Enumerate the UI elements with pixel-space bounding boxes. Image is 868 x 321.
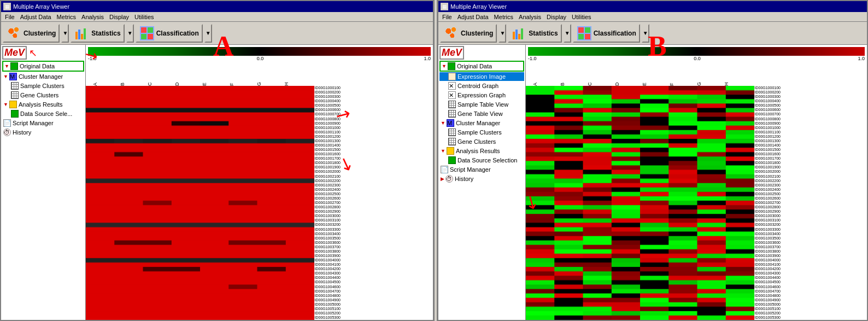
tree-item-centroid-graph-b[interactable]: ✕ Centroid Graph [439,81,524,90]
row-label: ID00G1001700 [314,156,363,161]
tree-item-sample-clusters-a[interactable]: Sample Clusters [2,81,84,90]
row-label: ID00G1000800 [314,117,363,121]
row-label: ID00G1001200 [754,135,804,139]
row-label: ID00G1001300 [314,139,363,143]
row-label: ID00G1002200 [754,179,804,183]
tree-item-original-data-b[interactable]: ▼ Original Data [439,61,524,72]
clustering-dropdown-b[interactable]: ▼ [498,24,506,43]
menu-analysis-b[interactable]: Analysis [516,13,544,21]
row-label: ID00G1003400 [754,232,804,236]
tree-item-gene-table-b[interactable]: Gene Table View [439,109,524,118]
menu-analysis-a[interactable]: Analysis [79,13,107,21]
col-label-a-1: B [120,82,125,86]
tree-item-datasource-a[interactable]: Data Source Sele... [2,109,84,118]
tree-item-sample-table-b[interactable]: Sample Table View [439,100,524,109]
statistics-dropdown-a[interactable]: ▼ [126,24,134,43]
classification-dropdown-b[interactable]: ▼ [642,24,649,43]
tree-item-script-manager-a[interactable]: 📄 Script Manager [2,119,84,127]
row-label: ID00G1001200 [314,135,363,139]
clustering-button-b[interactable]: Clustering [440,24,497,43]
arrow-cursor-a: ↖ [29,47,37,59]
tree-item-history-a[interactable]: ⏱ History [2,128,84,137]
classification-button-a[interactable]: Classification [136,24,203,43]
clustering-dropdown-a[interactable]: ▼ [61,24,69,43]
row-label: ID00G1004500 [754,280,804,284]
tree-item-analysis-results-b[interactable]: ▼ Analysis Results [439,147,524,155]
tree-item-expression-graph-b[interactable]: ✕ Expression Graph [439,91,524,100]
scale-labels-b: -1.0 0.0 1.0 [526,56,867,61]
row-label: ID00G1003700 [754,245,804,249]
scale-bar-b [528,47,865,56]
menu-metrics-b[interactable]: Metrics [491,13,516,21]
svg-rect-0 [75,32,78,39]
scale-mid-a: 0.0 [257,56,264,61]
menu-utilities-a[interactable]: Utilities [132,13,156,21]
menu-bar-a: File Adjust Data Metrics Analysis Displa… [1,12,433,22]
row-label: ID00G1002100 [754,174,804,179]
menu-adjustdata-b[interactable]: Adjust Data [455,13,491,21]
row-label: ID00G1005200 [754,311,804,316]
menu-metrics-a[interactable]: Metrics [54,13,79,21]
row-label: ID00G1003700 [314,245,363,249]
col-label-a-2: C [147,82,153,86]
title-bar-a: ▦ Multiple Array Viewer [1,1,433,12]
menu-display-a[interactable]: Display [107,13,132,21]
menu-utilities-b[interactable]: Utilities [569,13,594,21]
statistics-button-a[interactable]: Statistics [71,24,124,43]
menu-file-a[interactable]: File [2,13,17,21]
statistics-icon-a [74,26,90,41]
row-label: ID00G1003600 [754,241,804,245]
row-label: ID00G1003000 [754,214,804,218]
tree-item-datasource-b[interactable]: Data Source Selection [439,156,524,165]
row-label: ID00G1005100 [754,307,804,311]
col-labels-a: A B C D E F G H [86,61,433,86]
row-label: ID00G1003100 [314,218,363,223]
tree-item-script-manager-b[interactable]: 📄 Script Manager [439,165,524,174]
row-label: ID00G1000500 [314,103,363,108]
row-label: ID00G1002800 [314,205,363,209]
expression-image-icon-b [448,73,456,80]
window-icon-a: ▦ [3,3,11,10]
tree-item-gene-clusters-a[interactable]: Gene Clusters [2,91,84,100]
row-label: ID00G1004800 [754,294,804,298]
classification-dropdown-a[interactable]: ▼ [204,24,212,43]
row-label: ID00G1003300 [314,227,363,232]
row-label: ID00G1002500 [754,192,804,196]
menu-file-b[interactable]: File [439,13,455,21]
row-label: ID00G1001300 [754,139,804,143]
scale-mid-b: 0.0 [694,56,701,61]
statistics-dropdown-b[interactable]: ▼ [564,24,571,43]
clustering-button-a[interactable]: Clustering [3,24,60,43]
col-label-a-0: A [92,82,98,86]
statistics-button-b[interactable]: Statistics [508,24,561,43]
col-label-a-6: G [256,82,262,86]
tree-item-sample-clusters-b[interactable]: Sample Clusters [439,128,524,137]
tree-item-original-data-a[interactable]: ▼ Original Data [2,61,84,72]
row-label: ID00G1000400 [754,99,804,103]
mav-logo-a: MeV ↖ [2,46,84,60]
row-label: ID00G1002000 [314,170,363,174]
tree-item-cluster-manager-b[interactable]: ▼ M Cluster Manager [439,119,524,127]
tree-panel-a: MeV ↖ ▼ Original Data ▼ M Cluster Manage… [1,45,86,320]
row-label: ID00G1004900 [314,298,363,302]
heatmap-panel-b: -1.0 0.0 1.0 A B C D E F G H [526,45,867,320]
tree-item-cluster-manager-a[interactable]: ▼ M Cluster Manager [2,72,84,81]
gene-clusters-icon-a [11,91,19,99]
row-label: ID00G1001100 [314,130,363,135]
datasource-label-a: Data Source Sele... [20,110,72,117]
row-label: ID00G1003200 [754,223,804,227]
menu-display-b[interactable]: Display [544,13,569,21]
analysis-results-label-b: Analysis Results [456,148,500,154]
cluster-manager-label-a: Cluster Manager [19,73,63,80]
classification-button-b[interactable]: Classification [573,24,640,43]
expression-graph-label-b: Expression Graph [458,92,506,98]
row-label: ID00G1002400 [754,188,804,192]
row-label: ID00G1003300 [754,227,804,232]
tree-item-analysis-results-a[interactable]: ▼ Analysis Results [2,100,84,109]
menu-adjustdata-a[interactable]: Adjust Data [17,13,54,21]
tree-item-expression-image-b[interactable]: Expression Image [439,72,524,81]
tree-item-history-b[interactable]: ▶ ⏱ History [439,174,524,183]
heatmap-canvas-a [86,86,314,320]
row-label: ID00G1001000 [314,126,363,130]
tree-item-gene-clusters-b[interactable]: Gene Clusters [439,137,524,146]
